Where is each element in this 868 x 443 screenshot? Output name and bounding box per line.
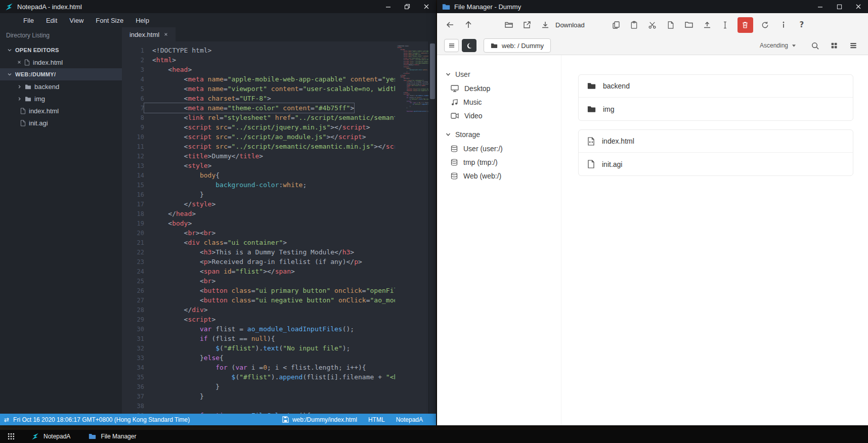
upload-button[interactable] [698,16,716,34]
open-editors-section[interactable]: OPEN EDITORS [0,44,122,56]
close-icon[interactable] [17,60,21,64]
close-button[interactable] [417,0,436,13]
download-button-label[interactable]: Download [555,21,585,29]
close-button[interactable] [849,0,868,13]
notepada-window: NotepadA - index.html File Edit View Fon… [0,0,436,425]
maximize-button[interactable] [830,0,849,13]
menu-font-size[interactable]: Font Size [96,17,123,24]
menu-button[interactable] [444,39,459,52]
file-row-index-html[interactable]: index.html [579,130,853,153]
section-user[interactable]: User [437,67,561,81]
taskbar-item-notepada[interactable]: NotepadA [22,430,79,443]
file-code-icon [587,137,595,146]
up-button[interactable] [459,16,478,34]
status-filepath: web:/Dummy/index.html [292,416,357,423]
code-line: 5 <meta name="viewport" content="user-sc… [122,84,395,94]
line-number: 25 [122,277,144,286]
menu-help[interactable]: Help [136,17,149,24]
tree-item-label: init.agi [29,119,48,127]
tab-index-html[interactable]: index.html [122,27,176,41]
section-label: Storage [455,130,480,139]
sidebar-item-label: Web (web:/) [463,172,501,180]
search-button[interactable] [808,39,821,52]
code-line: 23 <p>Received drag-in filelist (if any)… [122,257,395,267]
folder-icon [587,82,596,90]
file-row-backend[interactable]: backend [579,75,853,98]
scrollbar-thumb[interactable] [430,43,435,99]
folder-icon [89,433,96,439]
open-external-button[interactable] [518,16,536,34]
minimize-button[interactable] [810,0,830,13]
line-number: 21 [122,238,144,248]
open-folder-button[interactable] [500,16,518,34]
status-language[interactable]: HTML [368,416,385,423]
editor-scrollbar[interactable] [428,41,436,414]
dark-mode-button[interactable] [462,39,476,52]
minimize-button[interactable] [378,0,398,13]
line-number: 34 [122,363,144,373]
workspace-root[interactable]: WEB:/DUMMY/ [0,68,122,80]
breadcrumb[interactable]: web: / Dummy [484,38,551,53]
code-line: 17 </style> [122,199,395,209]
code-line: function openFileSelector(){ [397,111,427,112]
section-storage[interactable]: Storage [437,127,561,142]
taskbar-item-filemanager[interactable]: File Manager [79,430,145,443]
info-button[interactable] [774,16,793,34]
copy-button[interactable] [607,16,625,34]
notepada-sidebar: Directory Listing OPEN EDITORS index.htm… [0,27,122,414]
restore-button[interactable] [398,0,417,13]
file-row-img[interactable]: img [579,98,853,120]
menu-view[interactable]: View [69,17,83,24]
line-number: 15 [122,181,144,190]
code-line: 4 <meta name="apple-mobile-web-app-capab… [122,74,395,84]
paste-button[interactable] [625,16,643,34]
download-icon[interactable] [536,16,554,34]
sidebar-item-music[interactable]: Music [437,95,561,109]
rename-button[interactable] [716,16,734,34]
file-row-init-agi[interactable]: init.agi [579,153,853,175]
list-view-button[interactable] [847,39,860,52]
menu-file[interactable]: File [23,17,34,24]
minimap[interactable]: <!DOCTYPE html><html> <head> <meta name=… [395,41,428,414]
sidebar-item-tmp-drive[interactable]: tmp (tmp:/) [437,155,561,169]
close-tab-icon[interactable] [164,32,168,36]
workspace-label: WEB:/DUMMY/ [15,71,56,77]
notepada-logo-icon [5,3,13,11]
back-button[interactable] [441,16,459,34]
sidebar-item-video[interactable]: Video [437,109,561,122]
line-number: 16 [122,190,144,200]
sidebar-item-web-drive[interactable]: Web (web:/) [437,169,561,183]
tree-item-index-html[interactable]: index.html [0,105,122,117]
code-editor[interactable]: 1<!DOCTYPE html>2<html>3 <head>4 <meta n… [122,41,395,414]
open-editor-item[interactable]: index.html [0,56,122,68]
sort-order-dropdown[interactable]: Ascending [760,42,796,49]
grid-view-button[interactable] [828,39,841,52]
new-file-button[interactable] [662,16,680,34]
line-number: 24 [122,267,144,277]
line-number: 31 [122,334,144,344]
sidebar-item-desktop[interactable]: Desktop [437,81,561,95]
notepada-icon [31,433,39,440]
help-button[interactable]: ? [793,16,811,34]
tree-item-img[interactable]: img [0,93,122,105]
notepada-titlebar[interactable]: NotepadA - index.html [0,0,436,13]
tree-item-label: img [34,95,45,103]
app-launcher-button[interactable] [0,430,22,443]
line-number: 5 [122,84,144,94]
refresh-button[interactable] [756,16,774,34]
tree-item-init-agi[interactable]: init.agi [0,117,122,129]
code-line: 26 <button class="ui primary button" onc… [122,286,395,295]
sort-order-label: Ascending [760,42,788,49]
sidebar-item-user-drive[interactable]: User (user:/) [437,142,561,155]
cut-button[interactable] [643,16,662,34]
taskbar-item-label: File Manager [101,433,136,440]
delete-button[interactable] [737,17,753,33]
code-line: 20 <br><br> [122,228,395,238]
new-folder-button[interactable] [680,16,698,34]
tree-item-backend[interactable]: backend [0,80,122,93]
line-number: 11 [122,142,144,152]
menu-edit[interactable]: Edit [46,17,57,24]
code-line: 33 }else{ [122,353,395,363]
video-icon [451,113,459,119]
filemanager-titlebar[interactable]: File Manager - Dummy [437,0,868,13]
